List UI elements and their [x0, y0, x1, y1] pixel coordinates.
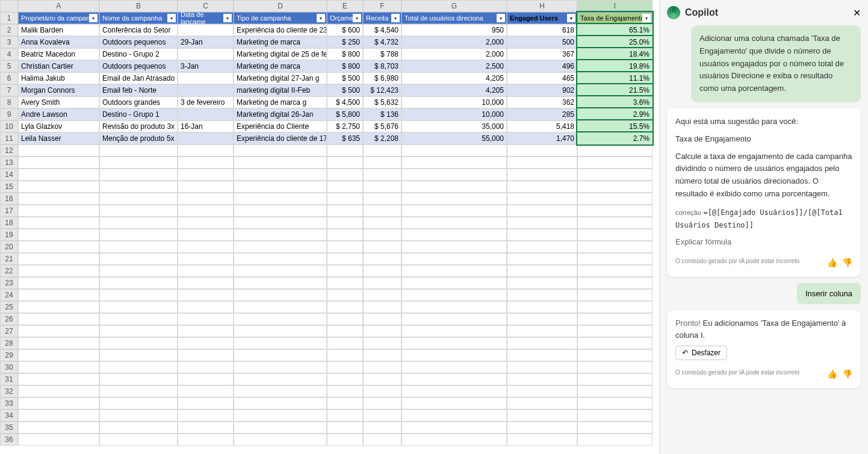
cell-H6[interactable]: 465: [507, 72, 577, 84]
empty-cell[interactable]: [401, 325, 507, 337]
empty-cell[interactable]: [234, 434, 327, 446]
cell-I7[interactable]: 21.5%: [577, 84, 653, 96]
cell-G11[interactable]: 55,000: [401, 132, 507, 145]
empty-cell[interactable]: [577, 145, 653, 157]
empty-cell[interactable]: [18, 325, 99, 337]
empty-cell[interactable]: [327, 181, 363, 193]
empty-cell[interactable]: [327, 277, 363, 289]
cell-H10[interactable]: 5,418: [507, 120, 577, 132]
cell-E2[interactable]: $ 600: [327, 24, 363, 36]
row-header[interactable]: 33: [0, 397, 18, 409]
empty-cell[interactable]: [363, 289, 401, 301]
cell-D11[interactable]: Experiência do cliente de 17 de fevereir…: [234, 132, 327, 145]
cell-D3[interactable]: Marketing de marca: [234, 36, 327, 48]
col-header-A[interactable]: A: [18, 0, 99, 12]
cell-I11[interactable]: 2.7%: [577, 132, 653, 145]
cell-G7[interactable]: 4,205: [401, 84, 507, 96]
empty-cell[interactable]: [507, 181, 577, 193]
empty-cell[interactable]: [363, 385, 401, 397]
empty-cell[interactable]: [234, 385, 327, 397]
empty-cell[interactable]: [327, 397, 363, 409]
empty-cell[interactable]: [178, 349, 234, 361]
empty-cell[interactable]: [178, 145, 234, 157]
cell-C6[interactable]: [178, 72, 234, 84]
empty-cell[interactable]: [99, 229, 178, 241]
empty-cell[interactable]: [99, 434, 178, 446]
empty-cell[interactable]: [18, 145, 99, 157]
cell-I5[interactable]: 19.8%: [577, 60, 653, 72]
row-header[interactable]: 19: [0, 229, 18, 241]
row-header[interactable]: 29: [0, 349, 18, 361]
cell-G2[interactable]: 950: [401, 24, 507, 36]
empty-cell[interactable]: [401, 193, 507, 205]
empty-cell[interactable]: [18, 434, 99, 446]
empty-cell[interactable]: [577, 325, 653, 337]
empty-cell[interactable]: [178, 205, 234, 217]
empty-cell[interactable]: [507, 229, 577, 241]
empty-cell[interactable]: [577, 301, 653, 313]
empty-cell[interactable]: [507, 373, 577, 385]
cell-B10[interactable]: Revisão do produto 3x: [99, 120, 178, 132]
table-header-date[interactable]: Data de lançame▾: [178, 12, 234, 24]
empty-cell[interactable]: [363, 217, 401, 229]
empty-cell[interactable]: [178, 397, 234, 409]
thumbs-up-icon[interactable]: 👍: [827, 256, 837, 269]
cell-F6[interactable]: $ 6,980: [363, 72, 401, 84]
empty-cell[interactable]: [507, 385, 577, 397]
cell-C5[interactable]: 3-Jan: [178, 60, 234, 72]
empty-cell[interactable]: [507, 313, 577, 325]
empty-cell[interactable]: [178, 409, 234, 421]
empty-cell[interactable]: [401, 373, 507, 385]
row-header[interactable]: 12: [0, 145, 18, 157]
empty-cell[interactable]: [507, 277, 577, 289]
row-header[interactable]: 5: [0, 60, 18, 72]
table-header-engaged[interactable]: Engaged Users▾: [507, 12, 577, 24]
cell-A7[interactable]: Morgan Connors: [18, 84, 99, 96]
row-header[interactable]: 22: [0, 265, 18, 277]
empty-cell[interactable]: [178, 217, 234, 229]
filter-dropdown-icon[interactable]: ▾: [89, 14, 98, 22]
empty-cell[interactable]: [401, 265, 507, 277]
row-header[interactable]: 35: [0, 421, 18, 434]
empty-cell[interactable]: [327, 325, 363, 337]
empty-cell[interactable]: [234, 217, 327, 229]
empty-cell[interactable]: [577, 229, 653, 241]
cell-I9[interactable]: 2.9%: [577, 108, 653, 120]
cell-G4[interactable]: 2,000: [401, 48, 507, 60]
empty-cell[interactable]: [327, 385, 363, 397]
empty-cell[interactable]: [234, 169, 327, 181]
table-header-engagement-rate[interactable]: Taxa de Engajamento▾: [577, 12, 653, 24]
thumbs-down-icon[interactable]: 👎: [842, 256, 852, 269]
empty-cell[interactable]: [178, 385, 234, 397]
row-header[interactable]: 32: [0, 385, 18, 397]
empty-cell[interactable]: [178, 169, 234, 181]
empty-cell[interactable]: [507, 169, 577, 181]
empty-cell[interactable]: [363, 241, 401, 253]
filter-dropdown-icon[interactable]: ▾: [353, 14, 361, 22]
empty-cell[interactable]: [327, 289, 363, 301]
filter-dropdown-icon[interactable]: ▾: [223, 14, 232, 22]
cell-B8[interactable]: Outdoors grandes: [99, 96, 178, 108]
cell-G9[interactable]: 10,000: [401, 108, 507, 120]
empty-cell[interactable]: [507, 397, 577, 409]
empty-cell[interactable]: [401, 361, 507, 373]
empty-cell[interactable]: [18, 181, 99, 193]
cell-B11[interactable]: Menção de produto 5x: [99, 132, 178, 145]
empty-cell[interactable]: [363, 277, 401, 289]
empty-cell[interactable]: [577, 169, 653, 181]
empty-cell[interactable]: [577, 349, 653, 361]
empty-cell[interactable]: [178, 241, 234, 253]
empty-cell[interactable]: [234, 301, 327, 313]
close-icon[interactable]: ✕: [853, 7, 861, 19]
empty-cell[interactable]: [18, 373, 99, 385]
empty-cell[interactable]: [327, 313, 363, 325]
cell-C3[interactable]: 29-Jan: [178, 36, 234, 48]
empty-cell[interactable]: [327, 145, 363, 157]
empty-cell[interactable]: [401, 434, 507, 446]
empty-cell[interactable]: [18, 217, 99, 229]
empty-cell[interactable]: [234, 277, 327, 289]
empty-cell[interactable]: [401, 241, 507, 253]
empty-cell[interactable]: [18, 157, 99, 169]
cell-I3[interactable]: 25.0%: [577, 36, 653, 48]
empty-cell[interactable]: [363, 265, 401, 277]
